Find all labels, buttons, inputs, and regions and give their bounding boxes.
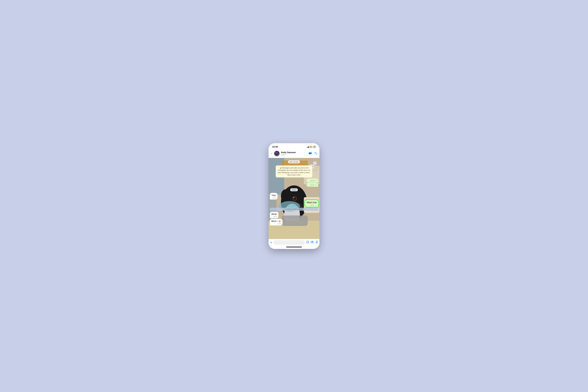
- sent-messages-group: 16:42 ✓✓ 16:43 ✓✓: [270, 178, 318, 187]
- message-sent-2: 16:43 ✓✓: [306, 183, 318, 187]
- message-received-yoyo: Yoyo 12:42: [270, 193, 278, 200]
- msg-time-watch-that: 12:42: [310, 204, 314, 206]
- sticker-button[interactable]: [306, 240, 309, 244]
- add-button[interactable]: +: [270, 240, 272, 244]
- message-received-mind: Mind = 🤯 12:43: [270, 219, 282, 225]
- contact-name: Andy Sansom: [281, 151, 308, 154]
- status-bar: 12:43 📶 75: [268, 143, 320, 150]
- msg-text-woah: Woah: [272, 213, 277, 215]
- msg-time-woah: 12:43: [273, 216, 277, 218]
- msg-text-yoyo: Yoyo: [272, 194, 276, 196]
- input-bar: +: [268, 239, 320, 246]
- status-time: 12:43: [272, 146, 278, 148]
- input-icons: [306, 240, 318, 244]
- wifi-icon: 📶: [310, 146, 312, 148]
- msg-check-watch-that: ✓✓: [314, 204, 316, 206]
- phone-frame: 12:43 📶 75 ‹ Andy Sansom online: [268, 143, 320, 249]
- date-badge-old: Mon 24 Apr: [288, 160, 300, 163]
- avatar[interactable]: [274, 151, 280, 156]
- message-input[interactable]: [274, 240, 305, 244]
- msg-time-2: 16:43: [310, 184, 314, 186]
- message-sent-1: 16:42 ✓✓: [306, 178, 318, 182]
- back-button[interactable]: ‹: [270, 151, 273, 156]
- msg-time-mind: 12:43: [277, 223, 281, 224]
- message-sent-watch-that: Watch that 12:42 ✓✓: [305, 200, 318, 207]
- status-icons: 📶 75: [307, 146, 316, 148]
- chat-body: Mon 24 Apr 🔒 Messages and calls are end-…: [268, 158, 320, 239]
- battery-icon: 75: [313, 146, 316, 148]
- svg-marker-1: [311, 152, 312, 154]
- phone-call-button[interactable]: [314, 152, 318, 155]
- msg-text-mind: Mind = 🤯: [272, 220, 281, 222]
- home-indicator: [268, 246, 320, 249]
- contact-status: online: [281, 154, 308, 156]
- home-bar: [286, 247, 302, 247]
- svg-rect-0: [309, 152, 311, 154]
- header-actions: [309, 152, 318, 155]
- encryption-notice[interactable]: 🔒 Messages and calls are end-to-end encr…: [276, 166, 312, 178]
- svg-point-34: [312, 242, 313, 242]
- microphone-button[interactable]: [316, 240, 318, 244]
- date-badge-today: Today: [290, 188, 298, 191]
- svg-rect-35: [316, 240, 317, 242]
- message-received-woah: Woah 12:43: [270, 212, 278, 218]
- unread-divider: 2 UNREAD MESSAGES: [270, 208, 318, 211]
- msg-check-2: ✓✓: [314, 184, 316, 186]
- msg-time-1: 16:42: [310, 180, 314, 182]
- signal-icon: [307, 146, 309, 148]
- chat-messages: Mon 24 Apr 🔒 Messages and calls are end-…: [268, 158, 320, 227]
- msg-time-yoyo: 12:42: [272, 197, 276, 199]
- msg-check-1: ✓✓: [314, 180, 316, 182]
- camera-button[interactable]: [311, 241, 314, 244]
- video-call-button[interactable]: [309, 152, 312, 155]
- contact-info: Andy Sansom online: [281, 151, 308, 156]
- unread-label: 2 UNREAD MESSAGES: [285, 208, 303, 210]
- msg-text-watch-that: Watch that: [307, 201, 316, 204]
- chat-header: ‹ Andy Sansom online: [268, 150, 320, 158]
